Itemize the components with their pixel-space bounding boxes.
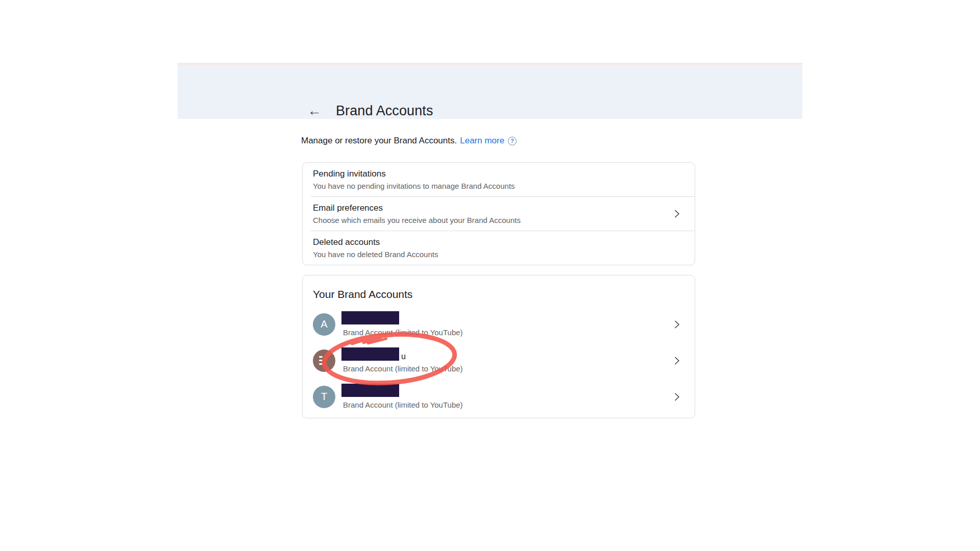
row-title: Deleted accounts xyxy=(313,236,684,248)
avatar: T xyxy=(313,386,335,408)
name-redacted xyxy=(341,384,399,397)
brand-account-row-1[interactable]: A Brand Account (limited to YouTube) xyxy=(303,306,695,342)
row-subtitle: You have no pending invitations to manag… xyxy=(313,181,684,191)
back-button[interactable]: ← xyxy=(304,101,325,121)
page-title: Brand Accounts xyxy=(336,103,433,119)
row-pending-invitations: Pending invitations You have no pending … xyxy=(303,163,695,196)
brand-account-row-3[interactable]: T Brand Account (limited to YouTube) xyxy=(303,379,695,415)
intro-text: Manage or restore your Brand Accounts. xyxy=(301,136,457,146)
brand-accounts-card: Your Brand Accounts A Brand Account (lim… xyxy=(302,275,695,418)
header-title-row: ← Brand Accounts xyxy=(304,101,433,121)
avatar-letter: T xyxy=(321,391,327,403)
chevron-right-icon xyxy=(671,319,682,330)
accounts-card-heading: Your Brand Accounts xyxy=(303,276,695,306)
brand-accounts-page: ← Brand Accounts Manage or restore your … xyxy=(0,0,980,551)
account-name-line xyxy=(341,384,463,397)
account-subtitle: Brand Account (limited to YouTube) xyxy=(343,328,463,338)
row-email-preferences[interactable]: Email preferences Choose which emails yo… xyxy=(303,197,695,231)
account-name-line: u xyxy=(341,347,463,361)
avatar xyxy=(313,349,335,372)
avatar-letter: A xyxy=(321,318,327,330)
avatar: A xyxy=(313,313,335,336)
row-subtitle: You have no deleted Brand Accounts xyxy=(313,249,684,260)
account-text: u Brand Account (limited to YouTube) xyxy=(341,347,463,374)
avatar-image-marks xyxy=(319,356,323,365)
chevron-right-icon xyxy=(671,355,682,366)
intro-line: Manage or restore your Brand Accounts. L… xyxy=(301,136,517,146)
name-redacted xyxy=(341,347,399,361)
row-title: Pending invitations xyxy=(313,168,684,180)
settings-card: Pending invitations You have no pending … xyxy=(302,162,695,265)
chevron-right-icon xyxy=(671,208,682,219)
name-suffix: u xyxy=(401,352,406,361)
name-redacted xyxy=(341,311,399,324)
row-title: Email preferences xyxy=(313,202,684,214)
help-icon[interactable]: ? xyxy=(508,137,517,145)
learn-more-link[interactable]: Learn more xyxy=(460,136,504,146)
page-header: ← Brand Accounts xyxy=(178,63,802,119)
account-name-line xyxy=(341,311,463,324)
row-deleted-accounts: Deleted accounts You have no deleted Bra… xyxy=(303,231,695,265)
row-subtitle: Choose which emails you receive about yo… xyxy=(313,215,684,226)
account-text: Brand Account (limited to YouTube) xyxy=(341,311,463,338)
brand-account-row-2[interactable]: u Brand Account (limited to YouTube) xyxy=(303,342,695,379)
account-subtitle: Brand Account (limited to YouTube) xyxy=(343,364,463,374)
account-text: Brand Account (limited to YouTube) xyxy=(341,384,463,410)
account-subtitle: Brand Account (limited to YouTube) xyxy=(343,400,463,410)
chevron-right-icon xyxy=(671,391,682,403)
